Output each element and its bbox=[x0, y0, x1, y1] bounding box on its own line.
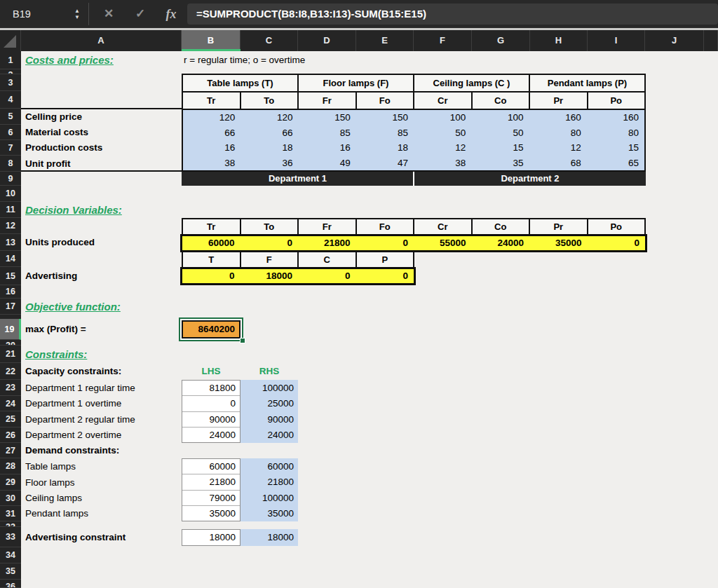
row-header-22[interactable]: 22 bbox=[0, 363, 21, 380]
lhs-cell[interactable]: 24000 bbox=[182, 428, 240, 442]
row-header-21[interactable]: 21 bbox=[0, 346, 21, 363]
row-header-17[interactable]: 17 bbox=[0, 299, 21, 315]
units-value-cell[interactable]: 0 bbox=[588, 236, 646, 250]
label-production-costs[interactable]: Production costs bbox=[25, 140, 102, 156]
lhs-cell[interactable]: 81800 bbox=[182, 381, 240, 396]
row-header-20[interactable]: 20 bbox=[0, 340, 21, 346]
label-pendant-lamps[interactable]: Pendant lamps bbox=[25, 506, 88, 521]
cost-cell[interactable]: 80 bbox=[529, 125, 587, 140]
cost-cell[interactable]: 35 bbox=[471, 156, 529, 170]
rhs-cell[interactable]: 25000 bbox=[241, 396, 298, 412]
fill-handle[interactable] bbox=[240, 338, 245, 343]
row-header-31[interactable]: 31 bbox=[0, 506, 21, 521]
row-header-23[interactable]: 23 bbox=[0, 380, 21, 396]
adv-value-cell[interactable]: 0 bbox=[182, 269, 241, 283]
adv-value-cell[interactable]: 0 bbox=[356, 269, 414, 283]
row-header-9[interactable]: 9 bbox=[0, 172, 21, 186]
rhs-cell[interactable]: 100000 bbox=[241, 490, 298, 506]
adv-value-cell[interactable]: 0 bbox=[298, 269, 356, 283]
cost-cell[interactable]: 15 bbox=[587, 140, 644, 156]
row-header-25[interactable]: 25 bbox=[0, 411, 21, 428]
cost-cell[interactable]: 66 bbox=[241, 125, 298, 140]
units-value-cell[interactable]: 60000 bbox=[182, 236, 241, 250]
department-2-bar[interactable]: Department 2 bbox=[414, 172, 646, 186]
units-value-cell[interactable]: 0 bbox=[241, 236, 299, 250]
row-header-19[interactable]: 19 bbox=[0, 319, 21, 340]
units-header-co[interactable]: Co bbox=[473, 219, 531, 234]
cost-cell[interactable]: 68 bbox=[529, 156, 587, 170]
column-header-i[interactable]: I bbox=[588, 30, 645, 51]
cost-cell[interactable]: 100 bbox=[471, 110, 529, 125]
cost-cell[interactable]: 120 bbox=[241, 110, 298, 125]
cost-cell[interactable]: 38 bbox=[414, 156, 471, 170]
row-header-33[interactable]: 33 bbox=[0, 527, 21, 547]
label-unit-profit[interactable]: Unit profit bbox=[25, 156, 70, 172]
adv-header-f[interactable]: F bbox=[241, 252, 299, 267]
column-header-h[interactable]: H bbox=[530, 30, 588, 51]
rhs-cell[interactable]: 100000 bbox=[241, 380, 298, 396]
label-floor-lamps[interactable]: Floor lamps bbox=[25, 474, 75, 491]
rhs-cell[interactable]: 90000 bbox=[241, 411, 298, 428]
row-header-14[interactable]: 14 bbox=[0, 251, 21, 267]
cost-cell[interactable]: 80 bbox=[587, 125, 644, 140]
row-header-4[interactable]: 4 bbox=[0, 91, 21, 109]
spinner-down-icon[interactable]: ▼ bbox=[70, 14, 84, 20]
rhs-cell[interactable]: 35000 bbox=[241, 506, 298, 522]
row-header-1[interactable]: 1 bbox=[0, 51, 21, 69]
label-advertising[interactable]: Advertising bbox=[25, 267, 77, 285]
adv-header-p[interactable]: P bbox=[357, 252, 414, 267]
insert-function-icon[interactable]: fx bbox=[160, 0, 182, 28]
column-header-a[interactable]: A bbox=[21, 30, 182, 51]
cost-cell[interactable]: 18 bbox=[241, 140, 298, 156]
units-header-tr[interactable]: Tr bbox=[183, 219, 241, 234]
cost-cell[interactable]: 85 bbox=[299, 125, 356, 140]
select-all-button[interactable] bbox=[0, 30, 21, 51]
cost-cell[interactable]: 160 bbox=[529, 110, 587, 125]
lhs-cell[interactable]: 35000 bbox=[182, 506, 240, 521]
units-header-to[interactable]: To bbox=[241, 219, 299, 234]
row-header-28[interactable]: 28 bbox=[0, 458, 21, 474]
lhs-cell[interactable]: 90000 bbox=[182, 412, 240, 428]
row-header-29[interactable]: 29 bbox=[0, 474, 21, 491]
adv-value-cell[interactable]: 18000 bbox=[241, 269, 299, 283]
row-header-24[interactable]: 24 bbox=[0, 396, 21, 411]
subheader-tr[interactable]: Tr bbox=[183, 93, 241, 109]
row-header-3[interactable]: 3 bbox=[0, 74, 21, 91]
column-header-d[interactable]: D bbox=[298, 30, 356, 51]
subheader-to[interactable]: To bbox=[241, 93, 299, 109]
cost-cell[interactable]: 160 bbox=[587, 110, 644, 125]
column-header-j[interactable]: J bbox=[645, 30, 704, 51]
units-header-fo[interactable]: Fo bbox=[357, 219, 415, 234]
adv-header-t[interactable]: T bbox=[183, 252, 241, 267]
objective-value-cell[interactable]: 8640200 bbox=[182, 320, 241, 339]
column-header-f[interactable]: F bbox=[414, 30, 472, 51]
name-box-spinner[interactable]: ▲ ▼ bbox=[70, 4, 84, 24]
label-celling-price[interactable]: Celling price bbox=[25, 109, 82, 125]
column-header-g[interactable]: G bbox=[472, 30, 530, 51]
row-header-26[interactable]: 26 bbox=[0, 428, 21, 443]
units-header-pr[interactable]: Pr bbox=[530, 219, 588, 234]
constraints-heading[interactable]: Constraints: bbox=[25, 346, 87, 363]
column-header-partial[interactable] bbox=[704, 30, 718, 51]
cancel-icon[interactable]: ✕ bbox=[98, 0, 119, 28]
department-1-bar[interactable]: Department 1 bbox=[182, 172, 414, 186]
subheader-pr[interactable]: Pr bbox=[530, 93, 588, 109]
subheader-fr[interactable]: Fr bbox=[299, 93, 357, 109]
confirm-icon[interactable]: ✓ bbox=[130, 0, 151, 28]
cost-cell[interactable]: 50 bbox=[471, 125, 529, 140]
adv-header-c[interactable]: C bbox=[299, 252, 357, 267]
advertising-rhs-cell[interactable]: 18000 bbox=[241, 529, 298, 546]
group-header-floor-lamps[interactable]: Floor lamps (F) bbox=[299, 75, 414, 91]
lhs-cell[interactable]: 0 bbox=[182, 396, 240, 411]
cost-cell[interactable]: 120 bbox=[183, 110, 241, 125]
row-header-11[interactable]: 11 bbox=[0, 202, 21, 218]
label-max-profit[interactable]: max (Profit) = bbox=[25, 319, 86, 340]
advertising-lhs-cell[interactable]: 18000 bbox=[182, 529, 241, 546]
group-header-pendant-lamps[interactable]: Pendant lamps (P) bbox=[530, 75, 644, 91]
label-dept1-regular[interactable]: Department 1 regular time bbox=[25, 380, 135, 396]
row-header-12[interactable]: 12 bbox=[0, 218, 21, 234]
row-header-27[interactable]: 27 bbox=[0, 443, 21, 458]
units-value-cell[interactable]: 0 bbox=[356, 236, 414, 250]
spinner-up-icon[interactable]: ▲ bbox=[70, 8, 84, 14]
label-material-costs[interactable]: Material costs bbox=[25, 125, 88, 140]
